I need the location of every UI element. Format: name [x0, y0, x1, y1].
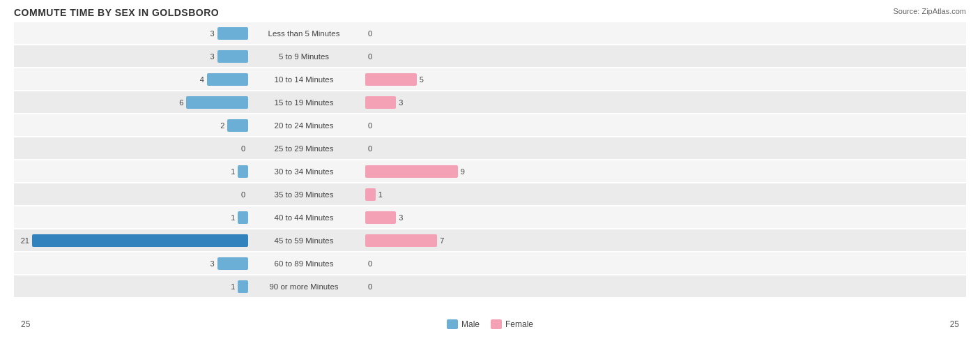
right-section: 0: [362, 29, 711, 38]
female-value: 0: [368, 282, 381, 291]
right-section: 3: [362, 96, 711, 109]
row-label: Less than 5 Minutes: [248, 29, 360, 38]
male-value: 0: [233, 190, 245, 199]
chart-row: 3 60 to 89 Minutes 0: [14, 252, 966, 274]
female-bar: [365, 73, 417, 86]
female-value: 9: [461, 167, 473, 176]
male-bar: [186, 96, 248, 109]
left-section: 3 60 to 89 Minutes: [14, 257, 362, 270]
male-bar: [238, 280, 248, 293]
right-section: 9: [362, 165, 711, 178]
female-value: 7: [440, 236, 452, 245]
row-label: 40 to 44 Minutes: [248, 213, 360, 222]
male-bar-container: 4: [14, 73, 248, 86]
row-label: 60 to 89 Minutes: [248, 259, 360, 268]
source-label: Source: ZipAtlas.com: [893, 7, 966, 15]
male-bar-container: 3: [14, 257, 248, 270]
male-value: 1: [222, 282, 235, 291]
row-label: 10 to 14 Minutes: [248, 75, 360, 84]
female-bar-container: 0: [365, 259, 711, 268]
male-bar: [32, 234, 248, 247]
female-value: 3: [399, 213, 411, 222]
female-value: 3: [399, 98, 411, 107]
legend-male: Male: [447, 319, 480, 329]
female-bar-container: 5: [365, 73, 711, 86]
male-value: 1: [222, 167, 235, 176]
female-bar-container: 0: [365, 282, 711, 291]
legend-male-label: Male: [461, 319, 480, 329]
male-bar-container: 1: [14, 211, 248, 224]
chart-row: 3 Less than 5 Minutes 0: [14, 22, 966, 44]
row-label: 30 to 34 Minutes: [248, 167, 360, 176]
female-bar: [365, 188, 376, 201]
legend-female-label: Female: [505, 319, 533, 329]
female-bar-container: 7: [365, 234, 711, 247]
male-value: 1: [222, 213, 235, 222]
male-value: 21: [17, 236, 29, 245]
female-bar: [365, 165, 458, 178]
right-section: 1: [362, 188, 711, 201]
female-bar-container: 0: [365, 144, 711, 153]
female-value: 5: [420, 75, 432, 84]
male-bar-container: 0: [14, 144, 248, 153]
male-bar-container: 2: [14, 119, 248, 132]
male-value: 0: [233, 144, 245, 153]
left-section: 21 45 to 59 Minutes: [14, 234, 362, 247]
right-section: 3: [362, 211, 711, 224]
right-section: 0: [362, 259, 711, 268]
male-value: 3: [202, 29, 215, 38]
male-bar: [238, 165, 248, 178]
female-value: 0: [368, 29, 381, 38]
male-bar: [207, 73, 248, 86]
chart-row: 1 40 to 44 Minutes 3: [14, 206, 966, 228]
male-value: 2: [212, 121, 224, 130]
chart-title: COMMUTE TIME BY SEX IN GOLDSBORO: [14, 7, 966, 18]
female-bar-container: 3: [365, 211, 711, 224]
female-bar: [365, 234, 437, 247]
chart-container: COMMUTE TIME BY SEX IN GOLDSBORO Source:…: [0, 0, 980, 364]
female-bar-container: 0: [365, 29, 711, 38]
left-section: 3 Less than 5 Minutes: [14, 27, 362, 40]
male-bar: [217, 257, 248, 270]
male-value: 3: [202, 52, 215, 61]
right-section: 0: [362, 52, 711, 61]
legend-female: Female: [491, 319, 533, 329]
chart-row: 6 15 to 19 Minutes 3: [14, 91, 966, 113]
left-section: 1 30 to 34 Minutes: [14, 165, 362, 178]
male-bar-container: 3: [14, 50, 248, 63]
female-value: 0: [368, 259, 381, 268]
female-value: 1: [378, 190, 391, 199]
legend: Male Female: [447, 319, 533, 329]
row-label: 25 to 29 Minutes: [248, 144, 360, 153]
chart-row: 0 35 to 39 Minutes 1: [14, 183, 966, 205]
male-bar-container: 3: [14, 27, 248, 40]
left-section: 6 15 to 19 Minutes: [14, 96, 362, 109]
row-label: 45 to 59 Minutes: [248, 236, 360, 245]
chart-row: 1 30 to 34 Minutes 9: [14, 160, 966, 182]
male-bar: [227, 119, 248, 132]
female-bar-container: 0: [365, 52, 711, 61]
right-section: 7: [362, 234, 711, 247]
chart-footer: 25 Male Female 25: [14, 319, 966, 329]
axis-max-label: 25: [950, 319, 959, 329]
right-section: 0: [362, 282, 711, 291]
male-bar-container: 1: [14, 280, 248, 293]
female-bar-container: 0: [365, 121, 711, 130]
chart-row: 0 25 to 29 Minutes 0: [14, 137, 966, 159]
female-value: 0: [368, 121, 381, 130]
chart-row: 21 45 to 59 Minutes 7: [14, 229, 966, 251]
male-bar-container: 6: [14, 96, 248, 109]
row-label: 5 to 9 Minutes: [248, 52, 360, 61]
axis-min-label: 25: [21, 319, 30, 329]
chart-row: 1 90 or more Minutes 0: [14, 275, 966, 297]
male-value: 3: [202, 259, 215, 268]
female-bar-container: 9: [365, 165, 711, 178]
row-label: 15 to 19 Minutes: [248, 98, 360, 107]
female-bar: [365, 96, 396, 109]
male-bar: [217, 27, 248, 40]
right-section: 0: [362, 144, 711, 153]
female-value: 0: [368, 52, 381, 61]
female-bar-container: 1: [365, 188, 711, 201]
left-section: 4 10 to 14 Minutes: [14, 73, 362, 86]
female-bar-container: 3: [365, 96, 711, 109]
